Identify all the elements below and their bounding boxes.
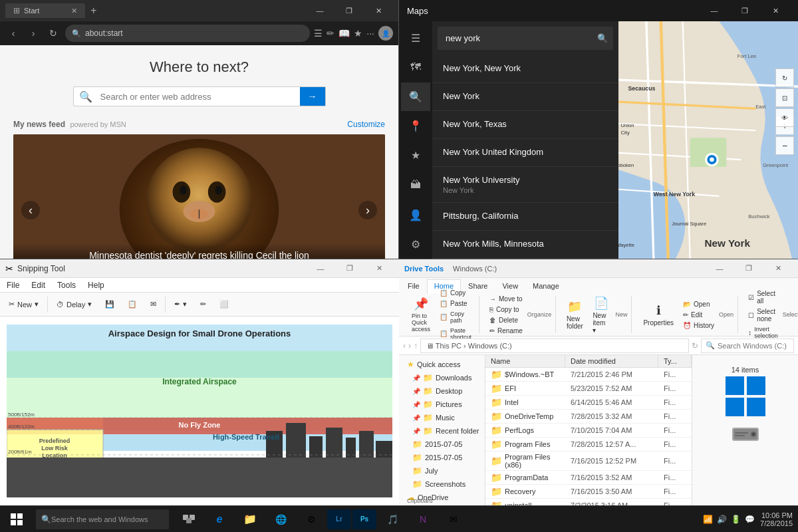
edge-tab[interactable]: ⊞ Start ✕ bbox=[5, 3, 85, 18]
snipping-highlighter-btn[interactable]: ✏ bbox=[194, 295, 212, 314]
taskbar-settings-btn[interactable]: ⚙ bbox=[297, 506, 326, 533]
nav-2015-1[interactable]: 📁 2015-07-05 bbox=[399, 438, 485, 451]
nav-quick-access[interactable]: ★ Quick access bbox=[399, 358, 485, 371]
maps-search-submit[interactable]: 🔍 bbox=[597, 33, 608, 43]
taskbar-network-icon[interactable]: 📶 bbox=[703, 515, 713, 524]
snipping-email-btn[interactable]: ✉ bbox=[144, 295, 162, 314]
nav-downloads[interactable]: 📌 📁 Downloads bbox=[399, 371, 485, 384]
edge-back-btn[interactable]: ‹ bbox=[5, 25, 21, 41]
ribbon-selectnone-btn[interactable]: ☐ Select none bbox=[745, 307, 781, 324]
explorer-back-btn[interactable]: ‹ bbox=[403, 341, 406, 350]
file-col-name[interactable]: Name bbox=[485, 355, 565, 367]
table-row[interactable]: 📁ProgramData 7/16/2015 3:52 AM Fi... bbox=[485, 471, 692, 485]
taskbar-photoshop-btn[interactable]: Ps bbox=[352, 509, 376, 529]
nav-music[interactable]: 📌 📁 Music bbox=[399, 411, 485, 424]
snipping-help-menu[interactable]: Help bbox=[85, 279, 107, 291]
file-col-date[interactable]: Date modified bbox=[565, 355, 658, 367]
start-button[interactable] bbox=[0, 506, 33, 533]
edge-user-icon[interactable]: 👤 bbox=[378, 26, 393, 41]
edge-news-article[interactable]: ‹ › Minnesota dentist 'deeply' regrets k… bbox=[13, 134, 385, 259]
explorer-close-btn[interactable]: ✕ bbox=[763, 259, 793, 278]
nav-july[interactable]: 📁 July bbox=[399, 464, 485, 477]
explorer-search-input[interactable] bbox=[718, 342, 789, 350]
maps-close-btn[interactable]: ✕ bbox=[761, 0, 790, 21]
maps-result-item[interactable]: New York Mills, Minnesota bbox=[432, 231, 618, 259]
nav-2015-2[interactable]: 📁 2015-07-05 bbox=[399, 451, 485, 464]
nav-recent-folder[interactable]: 📌 📁 Recent folder bbox=[399, 424, 485, 438]
snipping-edit-menu[interactable]: Edit bbox=[29, 279, 48, 291]
maps-search-btn[interactable]: 🔍 bbox=[401, 82, 430, 110]
explorer-search-bar[interactable]: 🔍 bbox=[701, 338, 794, 353]
edge-new-tab-button[interactable]: + bbox=[90, 5, 96, 17]
taskbar-onenote-btn[interactable]: N bbox=[408, 506, 438, 533]
table-row[interactable]: 📁Recovery 7/16/2015 3:50 AM Fi... bbox=[485, 485, 692, 499]
taskbar-explorer-btn[interactable]: 📁 bbox=[235, 506, 265, 533]
ribbon-newfolder-btn[interactable]: 📁 Newfolder bbox=[563, 297, 587, 332]
ribbon-copypath-btn[interactable]: 📋 Copy path bbox=[436, 309, 475, 325]
ribbon-newitem-btn[interactable]: 📄 New item ▾ bbox=[588, 294, 614, 336]
nav-screenshots[interactable]: 📁 Screenshots bbox=[399, 477, 485, 491]
taskbar-edge2-btn[interactable]: 🌐 bbox=[266, 506, 295, 533]
edge-customize-btn[interactable]: Customize bbox=[347, 120, 385, 129]
table-row[interactable]: 📁uninstall 7/2/2015 3:16 AM Fi... bbox=[485, 499, 692, 505]
ribbon-pin-btn[interactable]: 📌 Pin to Quickaccess bbox=[407, 295, 435, 334]
maps-map-view[interactable]: Secaucus Union City Hoboken West New Yor… bbox=[618, 21, 798, 259]
nav-desktop[interactable]: 📌 📁 Desktop bbox=[399, 384, 485, 398]
snipping-pen-dropdown[interactable]: ▾ bbox=[183, 300, 187, 309]
taskbar-volume-icon[interactable]: 🔊 bbox=[717, 515, 727, 524]
tab-file[interactable]: File bbox=[400, 279, 427, 294]
taskbar-more-apps[interactable]: 🎵 bbox=[378, 506, 407, 533]
edge-refresh-btn[interactable]: ↻ bbox=[45, 25, 61, 41]
edge-web-notes-btn[interactable]: ✏ bbox=[327, 28, 334, 39]
taskbar-battery-icon[interactable]: 🔋 bbox=[731, 515, 741, 524]
taskbar-search-bar[interactable]: 🔍 Search the web and Windows bbox=[36, 509, 169, 529]
file-col-type[interactable]: Ty... bbox=[658, 355, 692, 367]
explorer-refresh-btn[interactable]: ↻ bbox=[692, 341, 698, 350]
edge-more-btn[interactable]: ··· bbox=[366, 28, 374, 39]
maps-result-item[interactable]: New York United Kingdom bbox=[432, 139, 618, 167]
edge-forward-btn[interactable]: › bbox=[25, 25, 41, 41]
maps-profile-btn[interactable]: 👤 bbox=[401, 200, 430, 229]
explorer-forward-btn[interactable]: › bbox=[408, 341, 411, 350]
ribbon-moveto-btn[interactable]: → Move to bbox=[486, 294, 526, 304]
snipping-copy-btn[interactable]: 📋 bbox=[122, 295, 143, 314]
taskbar-notification-icon[interactable]: 💬 bbox=[745, 515, 755, 524]
edge-reading-btn[interactable]: 📖 bbox=[338, 28, 350, 39]
snipping-eraser-btn[interactable]: ⬜ bbox=[213, 295, 235, 314]
maps-map-view-btn[interactable]: 🗺 bbox=[401, 53, 430, 81]
maps-favorites-btn[interactable]: ★ bbox=[401, 142, 430, 170]
maps-result-item[interactable]: New York bbox=[432, 83, 618, 111]
ribbon-copy-btn[interactable]: 📋 Copy bbox=[436, 288, 475, 298]
maps-result-item[interactable]: New York University New York bbox=[432, 167, 618, 203]
maps-tilt-btn[interactable]: ⊡ bbox=[775, 88, 794, 107]
maps-zoom-out-btn[interactable]: − bbox=[775, 136, 794, 155]
maps-search-input[interactable] bbox=[443, 32, 597, 45]
edge-address-bar[interactable]: 🔍 about:start bbox=[65, 25, 310, 42]
snipping-close-btn[interactable]: ✕ bbox=[364, 259, 394, 278]
nav-pictures[interactable]: 📌 📁 Pictures bbox=[399, 398, 485, 411]
ribbon-paste-btn[interactable]: 📋 Paste bbox=[436, 299, 475, 309]
edge-close-btn[interactable]: ✕ bbox=[364, 0, 393, 21]
ribbon-open-btn[interactable]: 📂 Open bbox=[680, 299, 718, 309]
edge-maximize-btn[interactable]: ❐ bbox=[334, 0, 364, 21]
table-row[interactable]: 📁OneDriveTemp 7/28/2015 3:32 AM Fi... bbox=[485, 410, 692, 424]
edge-search-input[interactable] bbox=[98, 88, 300, 106]
maps-settings-btn[interactable]: ⚙ bbox=[401, 229, 430, 259]
maps-rotate-btn[interactable]: ↻ bbox=[775, 68, 794, 87]
ribbon-history-btn[interactable]: ⏰ History bbox=[680, 321, 718, 331]
ribbon-copyto-btn[interactable]: ⎘ Copy to bbox=[486, 305, 526, 315]
table-row[interactable]: 📁$Windows.~BT 7/21/2015 2:46 PM Fi... bbox=[485, 368, 692, 382]
edge-favorites-btn[interactable]: ★ bbox=[354, 28, 362, 39]
maps-result-item[interactable]: Pittsburg, California bbox=[432, 203, 618, 231]
snipping-delay-dropdown[interactable]: ▾ bbox=[88, 300, 92, 309]
snipping-pen-btn[interactable]: ✒ ▾ bbox=[168, 295, 193, 314]
taskbar-lightroom-btn[interactable]: Lr bbox=[327, 509, 351, 529]
table-row[interactable]: 📁Program Files 7/28/2015 12:57 A... Fi..… bbox=[485, 438, 692, 452]
snipping-tools-menu[interactable]: Tools bbox=[55, 279, 78, 291]
maps-aerial-btn[interactable]: 🏔 bbox=[401, 171, 430, 199]
ribbon-selectall-btn[interactable]: ☑ Select all bbox=[745, 289, 781, 306]
explorer-minimize-btn[interactable]: — bbox=[705, 259, 734, 278]
table-row[interactable]: 📁Intel 6/14/2015 5:46 AM Fi... bbox=[485, 396, 692, 410]
table-row[interactable]: 📁Program Files (x86) 7/16/2015 12:52 PM … bbox=[485, 452, 692, 471]
maps-streetview-btn[interactable]: 👁 bbox=[775, 108, 794, 127]
